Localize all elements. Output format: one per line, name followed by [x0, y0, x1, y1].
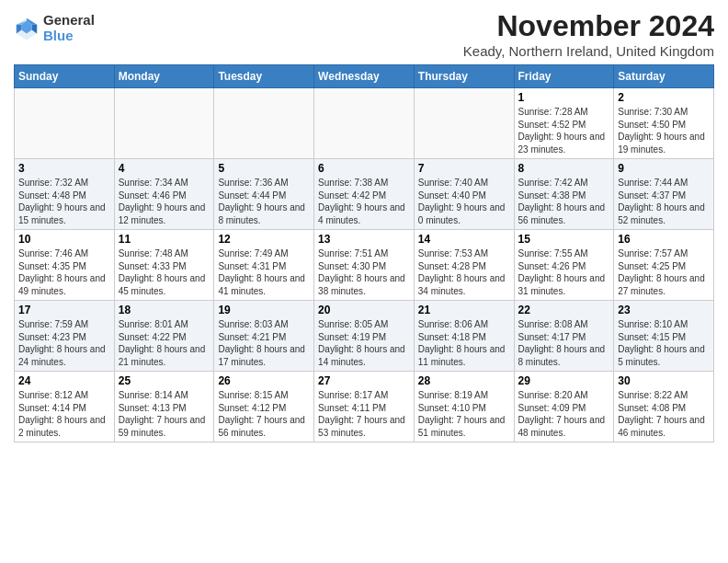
- cell-w0-d4: [414, 88, 514, 159]
- day-number: 29: [518, 374, 610, 387]
- day-number: 23: [618, 304, 710, 316]
- cell-w3-d3: 20Sunrise: 8:05 AMSunset: 4:19 PMDayligh…: [314, 301, 415, 372]
- day-info: Sunrise: 8:15 AMSunset: 4:12 PMDaylight:…: [218, 389, 310, 439]
- week-row-1: 3Sunrise: 7:32 AMSunset: 4:48 PMDaylight…: [15, 159, 714, 230]
- header-row: Sunday Monday Tuesday Wednesday Thursday…: [15, 65, 714, 88]
- cell-w0-d3: [314, 88, 415, 159]
- cell-w3-d2: 19Sunrise: 8:03 AMSunset: 4:21 PMDayligh…: [214, 301, 314, 372]
- day-number: 28: [418, 374, 510, 387]
- day-number: 8: [518, 162, 610, 175]
- day-info: Sunrise: 8:20 AMSunset: 4:09 PMDaylight:…: [518, 389, 610, 439]
- cell-w4-d4: 28Sunrise: 8:19 AMSunset: 4:10 PMDayligh…: [414, 372, 514, 442]
- col-saturday: Saturday: [614, 65, 714, 88]
- cell-w0-d6: 2Sunrise: 7:30 AMSunset: 4:50 PMDaylight…: [614, 88, 714, 159]
- day-info: Sunrise: 7:53 AMSunset: 4:28 PMDaylight:…: [418, 247, 510, 297]
- day-number: 22: [518, 304, 610, 316]
- day-info: Sunrise: 7:28 AMSunset: 4:52 PMDaylight:…: [518, 106, 610, 155]
- week-row-2: 10Sunrise: 7:46 AMSunset: 4:35 PMDayligh…: [15, 230, 714, 301]
- cell-w2-d5: 15Sunrise: 7:55 AMSunset: 4:26 PMDayligh…: [514, 230, 614, 301]
- day-number: 3: [18, 162, 110, 175]
- day-info: Sunrise: 8:19 AMSunset: 4:10 PMDaylight:…: [418, 389, 510, 439]
- cell-w4-d3: 27Sunrise: 8:17 AMSunset: 4:11 PMDayligh…: [314, 372, 415, 442]
- day-number: 21: [418, 304, 510, 316]
- day-number: 30: [618, 374, 710, 387]
- day-info: Sunrise: 7:55 AMSunset: 4:26 PMDaylight:…: [518, 247, 610, 297]
- day-number: 4: [119, 162, 210, 175]
- col-sunday: Sunday: [15, 65, 115, 88]
- cell-w4-d6: 30Sunrise: 8:22 AMSunset: 4:08 PMDayligh…: [614, 372, 714, 442]
- day-info: Sunrise: 8:17 AMSunset: 4:11 PMDaylight:…: [318, 389, 410, 439]
- subtitle: Keady, Northern Ireland, United Kingdom: [463, 43, 714, 59]
- logo-icon: [14, 16, 40, 41]
- week-row-3: 17Sunrise: 7:59 AMSunset: 4:23 PMDayligh…: [15, 301, 714, 372]
- cell-w1-d6: 9Sunrise: 7:44 AMSunset: 4:37 PMDaylight…: [614, 159, 714, 230]
- day-info: Sunrise: 7:46 AMSunset: 4:35 PMDaylight:…: [18, 247, 110, 297]
- day-number: 13: [318, 233, 410, 246]
- day-number: 18: [119, 304, 210, 316]
- day-number: 12: [218, 233, 310, 246]
- day-info: Sunrise: 7:30 AMSunset: 4:50 PMDaylight:…: [618, 106, 710, 155]
- col-monday: Monday: [114, 65, 214, 88]
- day-number: 5: [218, 162, 310, 175]
- cell-w3-d6: 23Sunrise: 8:10 AMSunset: 4:15 PMDayligh…: [614, 301, 714, 372]
- cell-w0-d2: [214, 88, 314, 159]
- day-info: Sunrise: 7:36 AMSunset: 4:44 PMDaylight:…: [218, 177, 310, 226]
- day-number: 17: [18, 304, 110, 316]
- col-thursday: Thursday: [414, 65, 514, 88]
- cell-w2-d0: 10Sunrise: 7:46 AMSunset: 4:35 PMDayligh…: [15, 230, 115, 301]
- cell-w4-d5: 29Sunrise: 8:20 AMSunset: 4:09 PMDayligh…: [514, 372, 614, 442]
- day-info: Sunrise: 8:05 AMSunset: 4:19 PMDaylight:…: [318, 318, 410, 368]
- cell-w1-d0: 3Sunrise: 7:32 AMSunset: 4:48 PMDaylight…: [15, 159, 115, 230]
- cell-w3-d4: 21Sunrise: 8:06 AMSunset: 4:18 PMDayligh…: [414, 301, 514, 372]
- cell-w1-d5: 8Sunrise: 7:42 AMSunset: 4:38 PMDaylight…: [514, 159, 614, 230]
- header: General Blue November 2024 Keady, Northe…: [14, 9, 714, 59]
- cell-w0-d5: 1Sunrise: 7:28 AMSunset: 4:52 PMDaylight…: [514, 88, 614, 159]
- cell-w2-d1: 11Sunrise: 7:48 AMSunset: 4:33 PMDayligh…: [114, 230, 214, 301]
- cell-w2-d2: 12Sunrise: 7:49 AMSunset: 4:31 PMDayligh…: [214, 230, 314, 301]
- day-number: 10: [18, 233, 110, 246]
- cell-w3-d1: 18Sunrise: 8:01 AMSunset: 4:22 PMDayligh…: [114, 301, 214, 372]
- day-info: Sunrise: 8:22 AMSunset: 4:08 PMDaylight:…: [618, 389, 710, 439]
- day-number: 7: [418, 162, 510, 175]
- day-number: 15: [518, 233, 610, 246]
- cell-w2-d6: 16Sunrise: 7:57 AMSunset: 4:25 PMDayligh…: [614, 230, 714, 301]
- day-number: 6: [318, 162, 410, 175]
- day-number: 9: [618, 162, 710, 175]
- day-info: Sunrise: 7:57 AMSunset: 4:25 PMDaylight:…: [618, 247, 710, 297]
- day-number: 1: [518, 91, 610, 104]
- day-info: Sunrise: 7:40 AMSunset: 4:40 PMDaylight:…: [418, 177, 510, 226]
- day-info: Sunrise: 7:32 AMSunset: 4:48 PMDaylight:…: [18, 177, 110, 226]
- main-title: November 2024: [463, 9, 714, 43]
- cell-w1-d4: 7Sunrise: 7:40 AMSunset: 4:40 PMDaylight…: [414, 159, 514, 230]
- cell-w4-d2: 26Sunrise: 8:15 AMSunset: 4:12 PMDayligh…: [214, 372, 314, 442]
- cell-w0-d1: [114, 88, 214, 159]
- day-number: 16: [618, 233, 710, 246]
- title-block: November 2024 Keady, Northern Ireland, U…: [463, 9, 714, 59]
- day-number: 2: [618, 91, 710, 104]
- week-row-4: 24Sunrise: 8:12 AMSunset: 4:14 PMDayligh…: [15, 372, 714, 442]
- day-info: Sunrise: 8:10 AMSunset: 4:15 PMDaylight:…: [618, 318, 710, 368]
- day-info: Sunrise: 7:49 AMSunset: 4:31 PMDaylight:…: [218, 247, 310, 297]
- cell-w1-d1: 4Sunrise: 7:34 AMSunset: 4:46 PMDaylight…: [114, 159, 214, 230]
- day-number: 24: [18, 374, 110, 387]
- logo-text: General Blue: [43, 13, 95, 43]
- col-friday: Friday: [514, 65, 614, 88]
- day-info: Sunrise: 7:44 AMSunset: 4:37 PMDaylight:…: [618, 177, 710, 226]
- day-number: 26: [218, 374, 310, 387]
- day-info: Sunrise: 8:12 AMSunset: 4:14 PMDaylight:…: [18, 389, 110, 439]
- cell-w1-d2: 5Sunrise: 7:36 AMSunset: 4:44 PMDaylight…: [214, 159, 314, 230]
- day-info: Sunrise: 7:42 AMSunset: 4:38 PMDaylight:…: [518, 177, 610, 226]
- cell-w3-d0: 17Sunrise: 7:59 AMSunset: 4:23 PMDayligh…: [15, 301, 115, 372]
- day-number: 20: [318, 304, 410, 316]
- col-tuesday: Tuesday: [214, 65, 314, 88]
- week-row-0: 1Sunrise: 7:28 AMSunset: 4:52 PMDaylight…: [15, 88, 714, 159]
- cell-w4-d0: 24Sunrise: 8:12 AMSunset: 4:14 PMDayligh…: [15, 372, 115, 442]
- cell-w0-d0: [15, 88, 115, 159]
- day-info: Sunrise: 7:51 AMSunset: 4:30 PMDaylight:…: [318, 247, 410, 297]
- day-info: Sunrise: 7:48 AMSunset: 4:33 PMDaylight:…: [119, 247, 210, 297]
- day-number: 27: [318, 374, 410, 387]
- day-info: Sunrise: 8:03 AMSunset: 4:21 PMDaylight:…: [218, 318, 310, 368]
- cell-w1-d3: 6Sunrise: 7:38 AMSunset: 4:42 PMDaylight…: [314, 159, 415, 230]
- logo: General Blue: [14, 13, 95, 43]
- logo-blue-text: Blue: [43, 29, 95, 44]
